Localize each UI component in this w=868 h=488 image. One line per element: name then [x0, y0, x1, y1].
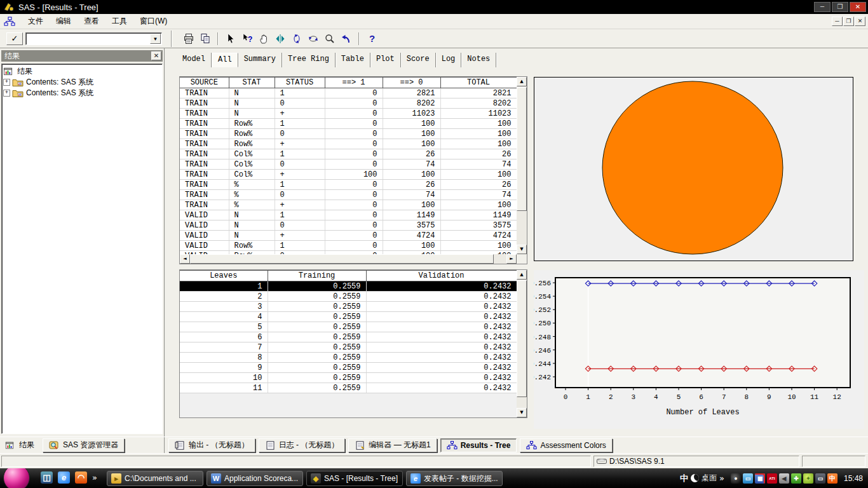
- expand-icon[interactable]: +: [3, 90, 10, 97]
- table-row[interactable]: 60.25590.2432: [180, 332, 517, 342]
- table-row[interactable]: VALIDN0035753575: [180, 220, 517, 231]
- menu-item-0[interactable]: 文件: [22, 15, 50, 27]
- minimize-button[interactable]: ─: [814, 2, 831, 12]
- table-row[interactable]: VALIDN+047244724: [180, 231, 517, 241]
- menu-item-2[interactable]: 查看: [78, 15, 105, 27]
- pan-hand-button[interactable]: [256, 31, 271, 46]
- table-row[interactable]: 40.25590.2432: [180, 312, 517, 322]
- table-row[interactable]: 90.25590.2432: [180, 363, 517, 373]
- submit-command-button[interactable]: ✓: [6, 32, 23, 45]
- expand-icon[interactable]: +: [3, 79, 10, 86]
- ime-language-indicator[interactable]: 中: [680, 473, 688, 484]
- table-row[interactable]: 20.25590.2432: [180, 292, 517, 302]
- table-row[interactable]: 70.25590.2432: [180, 342, 517, 353]
- table-row[interactable]: TRAIN%102626: [180, 180, 517, 190]
- whats-this-button[interactable]: ?: [240, 31, 255, 46]
- display-tray-icon[interactable]: ▭: [743, 473, 753, 484]
- table-row[interactable]: TRAINCol%+100100100: [180, 170, 517, 180]
- sogou-browser-icon[interactable]: ◠: [75, 471, 87, 484]
- select-tool-button[interactable]: [223, 31, 238, 46]
- table-row[interactable]: 100.25590.2432: [180, 373, 517, 383]
- taskbar-task-1[interactable]: WApplication Scoreca...: [207, 471, 303, 486]
- start-button[interactable]: [3, 468, 30, 488]
- shield-tray-icon[interactable]: ✚: [791, 473, 801, 484]
- stats-vscroll[interactable]: ▲ ▼: [517, 77, 527, 254]
- tab-score[interactable]: Score: [401, 53, 436, 67]
- table-row[interactable]: TRAINCol%102626: [180, 149, 517, 159]
- volume-tray-icon[interactable]: ◀: [779, 473, 789, 484]
- scroll-down-icon[interactable]: ▼: [517, 408, 527, 417]
- zoom-tool-button[interactable]: [322, 31, 337, 46]
- monitor-tray-icon[interactable]: ▭: [815, 473, 825, 484]
- windowbar-button-3[interactable]: Results - Tree: [440, 438, 517, 452]
- table-row[interactable]: TRAINN0082028202: [180, 98, 517, 109]
- internet-explorer-icon[interactable]: e: [58, 471, 70, 484]
- windowbar-button-0[interactable]: 输出 - （无标题）: [168, 438, 255, 452]
- menu-item-1[interactable]: 编辑: [50, 15, 78, 27]
- tree-item-0[interactable]: +Contents: SAS 系统: [3, 77, 161, 88]
- table-row[interactable]: TRAINCol%007474: [180, 159, 517, 170]
- windowbar-results-item[interactable]: 结果: [0, 440, 39, 451]
- taskbar-task-2[interactable]: ◆SAS - [Results - Tree]: [306, 471, 403, 486]
- table-row[interactable]: 80.25590.2432: [180, 353, 517, 363]
- windowbar-explorer-button[interactable]: SAS 资源管理器: [43, 438, 125, 452]
- pie-chart[interactable]: [534, 77, 853, 261]
- menu-item-4[interactable]: 窗口(W): [133, 15, 173, 27]
- mdi-restore-button[interactable]: ❐: [843, 17, 854, 26]
- scroll-up-icon[interactable]: ▲: [517, 270, 527, 280]
- leaves-vscroll[interactable]: ▲ ▼: [517, 270, 527, 417]
- table-row[interactable]: TRAIN%+0100100: [180, 200, 517, 210]
- scroll-right-icon[interactable]: ►: [506, 254, 517, 264]
- restore-button[interactable]: ❐: [832, 2, 848, 12]
- sogou-pinyin-tray-icon[interactable]: 中: [827, 473, 837, 484]
- table-row[interactable]: 30.25590.2432: [180, 302, 517, 312]
- health-tray-icon[interactable]: +: [803, 473, 813, 484]
- quick-launch-overflow-chevron[interactable]: »: [92, 473, 97, 482]
- close-icon[interactable]: ✕: [151, 51, 161, 60]
- desktop-toolbar-chevron[interactable]: »: [719, 473, 724, 483]
- stats-hscroll[interactable]: ◄ ►: [180, 254, 517, 264]
- scroll-down-icon[interactable]: ▼: [517, 245, 527, 254]
- table-row[interactable]: VALIDN1011491149: [180, 210, 517, 220]
- table-row[interactable]: TRAINN+01102311023: [180, 109, 517, 119]
- taskbar-task-0[interactable]: ▸C:\Documents and ...: [107, 471, 203, 486]
- qq-tray-icon[interactable]: ●: [731, 473, 741, 484]
- table-row[interactable]: 50.25590.2432: [180, 322, 517, 332]
- close-button[interactable]: ✕: [850, 2, 866, 12]
- print-button[interactable]: [181, 31, 196, 46]
- sas-app-icon[interactable]: [3, 2, 15, 12]
- table-row[interactable]: VALIDRow%10100100: [180, 241, 517, 251]
- taskbar-task-3[interactable]: e发表帖子 - 数据挖掘...: [406, 471, 503, 486]
- tab-summary[interactable]: Summary: [238, 53, 282, 67]
- scroll-left-icon[interactable]: ◄: [180, 254, 190, 264]
- copy-button[interactable]: [198, 31, 213, 46]
- mdi-minimize-button[interactable]: ─: [832, 17, 843, 26]
- rotate-button[interactable]: [306, 31, 321, 46]
- assessment-plot[interactable]: 0.2560.2540.2520.2500.2480.2460.2440.242…: [534, 270, 864, 429]
- ati-tray-icon[interactable]: ATI: [767, 473, 777, 484]
- menu-item-3[interactable]: 工具: [105, 15, 133, 27]
- flip-horizontal-button[interactable]: [273, 31, 288, 46]
- scroll-up-icon[interactable]: ▲: [517, 77, 527, 86]
- quick-launch-app-icon[interactable]: ◫: [41, 471, 53, 484]
- undo-button[interactable]: [339, 31, 354, 46]
- flip-vertical-button[interactable]: [289, 31, 304, 46]
- desktop-toolbar-label[interactable]: 桌面: [702, 473, 717, 484]
- tree-window-icon[interactable]: [4, 17, 17, 27]
- network-error-tray-icon[interactable]: ▦: [755, 473, 765, 484]
- table-row[interactable]: TRAIN%007474: [180, 190, 517, 200]
- table-row[interactable]: 110.25590.2432: [180, 383, 517, 393]
- tab-notes[interactable]: Notes: [461, 53, 496, 67]
- tab-plot[interactable]: Plot: [370, 53, 401, 67]
- windowbar-button-2[interactable]: 编辑器 — 无标题1: [348, 438, 437, 452]
- tab-model[interactable]: Model: [177, 53, 212, 67]
- tab-all[interactable]: All: [212, 53, 238, 67]
- tab-table[interactable]: Table: [336, 53, 370, 67]
- moon-icon[interactable]: [691, 474, 699, 482]
- table-row[interactable]: 10.25590.2432: [180, 281, 517, 292]
- table-row[interactable]: TRAINRow%10100100: [180, 119, 517, 129]
- command-combobox[interactable]: ▼: [25, 32, 162, 45]
- windowbar-button-4[interactable]: Assessment Colors: [520, 438, 612, 452]
- help-button[interactable]: ?: [364, 31, 379, 46]
- table-row[interactable]: TRAINN1028212821: [180, 88, 517, 98]
